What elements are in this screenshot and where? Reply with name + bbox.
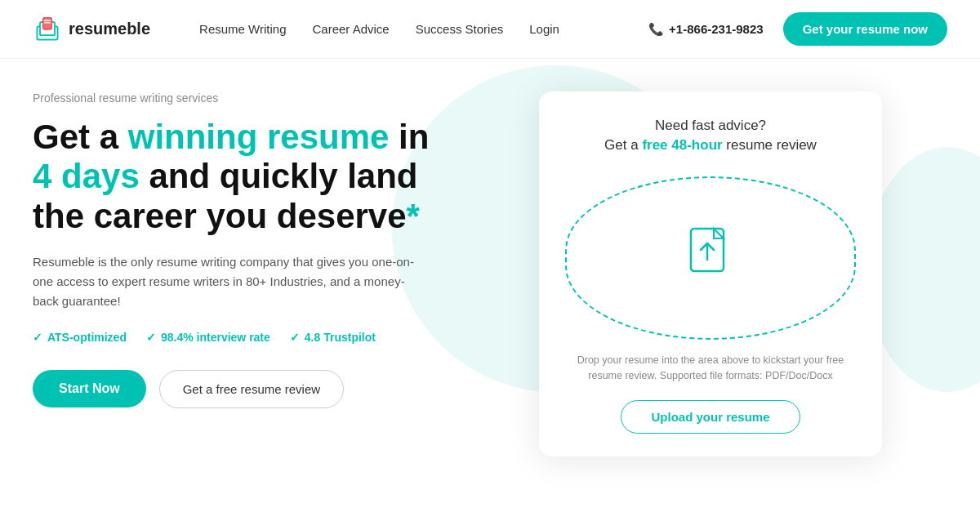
card-title-part1: Need fast advice? <box>655 118 766 133</box>
header: resumeble Resume Writing Career Advice S… <box>0 0 980 59</box>
check-icon-3: ✓ <box>290 331 300 344</box>
free-review-button[interactable]: Get a free resume review <box>159 370 344 408</box>
card-title-part3: resume review <box>723 137 817 153</box>
nav-resume-writing[interactable]: Resume Writing <box>199 22 286 36</box>
badge-ats-label: ATS-optimized <box>47 331 127 344</box>
card-title-line2: Get a free 48-hour resume review <box>604 137 817 154</box>
svg-rect-2 <box>43 17 52 29</box>
upload-resume-button[interactable]: Upload your resume <box>621 400 800 434</box>
headline-part2: in <box>389 118 429 156</box>
main-nav: Resume Writing Career Advice Success Sto… <box>199 22 648 36</box>
hero-buttons: Start Now Get a free resume review <box>33 370 506 408</box>
nav-login[interactable]: Login <box>529 22 559 36</box>
hero-subtitle: Professional resume writing services <box>33 91 506 105</box>
nav-career-advice[interactable]: Career Advice <box>312 22 389 36</box>
badge-trustpilot-label: 4.8 Trustpilot <box>305 331 376 344</box>
badge-ats: ✓ ATS-optimized <box>33 331 127 344</box>
start-now-button[interactable]: Start Now <box>33 370 146 407</box>
resume-review-card: Need fast advice? Get a free 48-hour res… <box>539 91 882 456</box>
upload-icon-wrapper <box>684 225 737 291</box>
card-title-part2: Get a <box>604 137 642 153</box>
headline-part1: Get a <box>33 118 128 156</box>
card-description: Drop your resume into the area above to … <box>565 353 856 384</box>
check-icon-2: ✓ <box>146 331 156 344</box>
phone-icon: 📞 <box>648 22 664 37</box>
headline-asterisk: * <box>407 197 420 235</box>
header-cta-button[interactable]: Get your resume now <box>783 12 947 46</box>
hero-left: Professional resume writing services Get… <box>33 91 506 456</box>
check-icon-1: ✓ <box>33 331 42 344</box>
hero-headline: Get a winning resume in 4 days and quick… <box>33 118 506 236</box>
badge-interview-label: 98.4% interview rate <box>161 331 270 344</box>
nav-success-stories[interactable]: Success Stories <box>416 22 504 36</box>
logo[interactable]: resumeble <box>33 15 150 44</box>
main-content: Professional resume writing services Get… <box>0 59 980 456</box>
logo-icon <box>33 15 62 44</box>
card-title-line1: Need fast advice? <box>655 118 766 134</box>
logo-text: resumeble <box>69 20 150 38</box>
headline-teal1: winning resume <box>128 118 390 156</box>
badge-interview: ✓ 98.4% interview rate <box>146 331 270 344</box>
badge-trustpilot: ✓ 4.8 Trustpilot <box>290 331 376 344</box>
upload-file-icon <box>684 225 737 291</box>
badges-row: ✓ ATS-optimized ✓ 98.4% interview rate ✓… <box>33 331 506 344</box>
card-title-teal: free 48-hour <box>642 137 722 153</box>
headline-teal2: 4 days <box>33 157 140 195</box>
hero-description: Resumeble is the only resume writing com… <box>33 252 425 311</box>
phone-number: 📞 +1-866-231-9823 <box>648 22 764 37</box>
resume-drop-area[interactable] <box>565 176 856 340</box>
